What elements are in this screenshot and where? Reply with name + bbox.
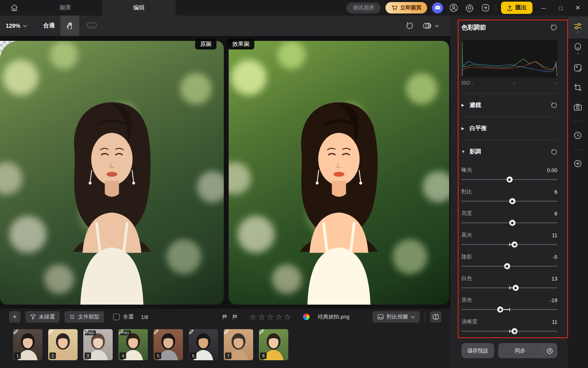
save-preset-button[interactable]: 儲存預設	[461, 343, 494, 358]
zoom-level-dropdown[interactable]: 129%	[6, 22, 27, 29]
thumbnail[interactable]: 7	[224, 329, 253, 360]
flag-reject-icon[interactable]	[232, 314, 238, 320]
file-type-label: 文件類型	[78, 313, 99, 321]
minimize-button[interactable]: ─	[537, 2, 550, 14]
slider-label: 白色	[461, 275, 472, 282]
add-photo-button[interactable]: +	[9, 311, 20, 323]
slider-handle[interactable]	[497, 307, 503, 313]
login-button[interactable]	[480, 2, 491, 13]
thumbnail[interactable]: 6	[189, 329, 218, 360]
thumb-number: 7	[225, 352, 232, 359]
slider-track[interactable]	[461, 201, 557, 202]
thumbnail[interactable]: 8	[259, 329, 288, 360]
star-icon[interactable]: ☆	[267, 313, 274, 321]
sidebar-item-face-retouch[interactable]	[568, 38, 588, 58]
close-button[interactable]: ✕	[572, 2, 584, 14]
original-image[interactable]	[0, 41, 224, 305]
export-button[interactable]: 匯出	[501, 2, 532, 14]
star-icon[interactable]: ☆	[275, 313, 282, 321]
panel-title: 色彩調節	[461, 24, 486, 31]
effect-image-label: 效果圖	[227, 38, 254, 49]
star-icon[interactable]: ☆	[284, 313, 291, 321]
sync-button[interactable]: 同步	[498, 343, 542, 358]
badge-dot	[577, 53, 579, 54]
thumbnail[interactable]: PNG 4	[118, 329, 148, 360]
sidebar-item-add-tool[interactable]	[568, 154, 588, 173]
slider-track[interactable]	[461, 331, 557, 332]
undo-button[interactable]	[405, 22, 414, 30]
account-button[interactable]	[448, 2, 459, 13]
sidebar-item-camera[interactable]	[568, 97, 588, 117]
slider-track[interactable]	[461, 179, 557, 180]
adjustment-slider-row: 白色 13	[461, 272, 557, 293]
iso-value: ISO -	[461, 80, 473, 86]
filter-reset-button[interactable]	[550, 102, 557, 109]
buy-now-button[interactable]: 立即購買	[385, 2, 427, 13]
aperture-value: -	[514, 80, 515, 86]
maximize-button[interactable]: □	[555, 2, 567, 14]
slider-handle[interactable]	[512, 285, 519, 291]
adjustment-slider-row: 曝光 0.00	[461, 163, 557, 185]
sidebar-item-crop[interactable]	[568, 78, 588, 97]
select-all-checkbox[interactable]	[113, 314, 120, 320]
color-label-wheel[interactable]	[303, 314, 310, 320]
effect-image[interactable]	[229, 41, 449, 305]
file-type-button[interactable]: 文件類型	[65, 311, 104, 323]
slider-track[interactable]	[461, 287, 557, 288]
slider-handle[interactable]	[504, 263, 510, 269]
star-icon[interactable]: ☆	[249, 313, 256, 321]
sidebar-item-history[interactable]	[568, 126, 588, 145]
sidebar-item-portrait[interactable]	[568, 58, 588, 78]
section-white-balance[interactable]: ▶ 白平衡	[461, 117, 557, 140]
edit-pencil-icon	[224, 329, 229, 334]
save-preset-label: 儲存預設	[467, 347, 488, 355]
hand-tool-button[interactable]	[60, 16, 79, 36]
slider-handle[interactable]	[506, 177, 512, 183]
sync-label: 同步	[515, 347, 526, 355]
compare-view-label: 對比視圖	[387, 313, 408, 321]
edit-pencil-icon	[83, 329, 89, 334]
camera-icon	[573, 103, 582, 111]
tab-edit[interactable]: 编辑	[102, 0, 176, 16]
edit-pencil-icon	[259, 329, 264, 334]
tab-gallery[interactable]: 圖庫	[29, 0, 102, 16]
settings-button[interactable]	[464, 2, 475, 13]
compare-view-button[interactable]: 對比視圖	[372, 311, 420, 323]
thumbnail[interactable]: 5	[154, 329, 183, 360]
filter-button[interactable]: 未篩選	[25, 311, 60, 323]
section-filter[interactable]: ▶ 濾鏡	[461, 94, 557, 117]
slider-handle[interactable]	[512, 242, 518, 248]
star-icon[interactable]: ☆	[258, 313, 265, 321]
filmstrip-controls: + 未篩選 文件類型 全選 1/8	[0, 309, 450, 325]
flag-pick-icon[interactable]	[222, 314, 228, 320]
sync-settings-button[interactable]	[542, 343, 557, 358]
test-crash-button[interactable]: 测试崩溃	[346, 2, 381, 13]
section-tone[interactable]: ▼ 影調	[461, 140, 557, 163]
panel-reset-button[interactable]	[550, 24, 557, 31]
split-view-button[interactable]	[430, 311, 441, 323]
slider-track[interactable]	[461, 222, 557, 223]
current-filename: 经典旅拍.png	[318, 313, 349, 321]
sidebar-item-adjust[interactable]	[568, 16, 588, 38]
select-all-control[interactable]: 全選	[113, 313, 134, 321]
slider-track[interactable]	[461, 266, 557, 267]
home-button[interactable]	[0, 0, 29, 16]
slider-handle[interactable]	[509, 198, 515, 204]
thumbnail[interactable]: PNG 3	[83, 329, 113, 360]
slider-label: 清晰度	[461, 318, 477, 325]
slider-handle[interactable]	[512, 328, 518, 334]
filter-label: 未篩選	[39, 313, 55, 321]
filmstrip-toggle-button[interactable]	[82, 16, 101, 36]
compare-mode-button[interactable]	[422, 22, 439, 30]
slider-label: 陰影	[461, 253, 472, 260]
undo-icon	[405, 22, 414, 30]
slider-track[interactable]	[461, 244, 557, 245]
fit-button[interactable]: 合適	[43, 22, 55, 29]
discord-button[interactable]	[432, 2, 443, 13]
tone-reset-button[interactable]	[550, 148, 557, 155]
thumbnail[interactable]: 1	[13, 329, 42, 360]
slider-handle[interactable]	[509, 220, 515, 226]
portrait-photo	[229, 41, 449, 305]
thumbnail[interactable]: 2	[48, 329, 78, 360]
slider-track[interactable]	[461, 309, 557, 310]
